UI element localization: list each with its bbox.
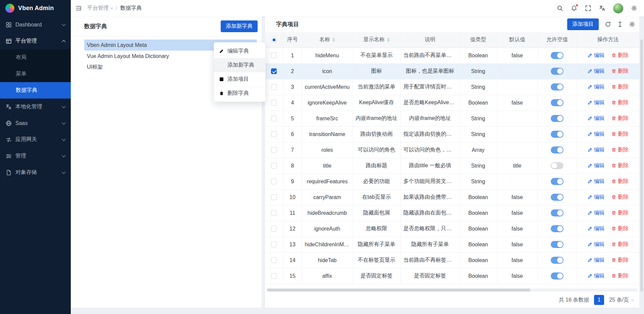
row-checkbox[interactable] bbox=[271, 68, 277, 74]
table-row[interactable]: 4 ignoreKeepAlive KeepAlive缓存 是否忽略KeepAl… bbox=[265, 95, 639, 111]
allow-empty-toggle[interactable] bbox=[551, 99, 564, 106]
page-size-select[interactable]: 25 条/页 bbox=[609, 297, 634, 304]
sidebar-item-app-gateway[interactable]: 应用网关 bbox=[0, 131, 71, 148]
edit-row-button[interactable]: 编辑 bbox=[588, 162, 605, 169]
sidebar-item-object-storage[interactable]: 对象存储 bbox=[0, 164, 71, 181]
edit-row-button[interactable]: 编辑 bbox=[588, 83, 605, 90]
allow-empty-toggle[interactable] bbox=[551, 209, 564, 216]
language-icon[interactable] bbox=[599, 5, 605, 11]
row-checkbox[interactable] bbox=[271, 226, 277, 232]
allow-empty-toggle[interactable] bbox=[551, 194, 564, 201]
row-checkbox[interactable] bbox=[271, 163, 277, 169]
allow-empty-toggle[interactable] bbox=[551, 257, 564, 264]
row-checkbox[interactable] bbox=[271, 179, 277, 184]
page-number-button[interactable]: 1 bbox=[594, 295, 604, 305]
avatar[interactable] bbox=[613, 3, 623, 13]
context-menu-item[interactable]: 添加新字典 bbox=[214, 58, 265, 72]
add-item-button[interactable]: 添加项目 bbox=[567, 18, 599, 30]
context-menu-item[interactable]: 添加项目 bbox=[214, 72, 265, 86]
row-checkbox[interactable] bbox=[271, 100, 277, 106]
table-row[interactable]: 15 affix 是否固定标签 是否固定标签 Boolean false 编辑 … bbox=[265, 268, 639, 284]
table-row[interactable]: 14 hideTab 不在标签页显示 当前路由不再标签页显示 Boolean f… bbox=[265, 252, 639, 268]
row-checkbox[interactable] bbox=[271, 84, 277, 90]
edit-row-button[interactable]: 编辑 bbox=[588, 241, 605, 248]
allow-empty-toggle[interactable] bbox=[551, 162, 564, 169]
sorter-icon[interactable] bbox=[387, 38, 390, 42]
edit-row-button[interactable]: 编辑 bbox=[588, 194, 605, 201]
allow-empty-toggle[interactable] bbox=[551, 115, 564, 122]
table-row[interactable]: 9 requiredFeatures 必要的功能 多个功能间用英文，分隔 Str… bbox=[265, 174, 639, 189]
settings-gear-icon[interactable] bbox=[631, 5, 637, 11]
delete-row-button[interactable]: 删除 bbox=[611, 83, 629, 90]
sidebar-item-platform-management[interactable]: 平台管理 bbox=[0, 33, 71, 49]
table-row[interactable]: 5 frameSrc 内嵌iframe的地址 内嵌iframe的地址 Strin… bbox=[265, 111, 639, 126]
delete-row-button[interactable]: 删除 bbox=[611, 162, 629, 169]
delete-row-button[interactable]: 删除 bbox=[611, 225, 629, 232]
edit-row-button[interactable]: 编辑 bbox=[588, 52, 605, 59]
table-row[interactable]: 7 roles 可以访问的角色 可以访问的角色，只在... Array 编辑 删… bbox=[265, 142, 639, 158]
delete-row-button[interactable]: 删除 bbox=[611, 68, 629, 75]
edit-row-button[interactable]: 编辑 bbox=[588, 68, 605, 75]
sorter-icon[interactable] bbox=[332, 38, 335, 42]
page-scrollbar[interactable] bbox=[640, 40, 643, 292]
column-header-display-name[interactable]: 显示名称 bbox=[353, 32, 400, 48]
edit-row-button[interactable]: 编辑 bbox=[588, 178, 605, 185]
delete-row-button[interactable]: 删除 bbox=[611, 209, 629, 216]
add-dictionary-button[interactable]: 添加新字典 bbox=[221, 20, 258, 32]
row-checkbox[interactable] bbox=[271, 257, 277, 263]
delete-row-button[interactable]: 删除 bbox=[611, 241, 629, 248]
delete-row-button[interactable]: 删除 bbox=[611, 115, 629, 122]
edit-row-button[interactable]: 编辑 bbox=[588, 146, 605, 153]
edit-row-button[interactable]: 编辑 bbox=[588, 257, 605, 264]
edit-row-button[interactable]: 编辑 bbox=[588, 99, 605, 106]
allow-empty-toggle[interactable] bbox=[551, 83, 564, 90]
collapse-sidebar-icon[interactable] bbox=[75, 5, 82, 11]
sidebar-item-localization[interactable]: 本地化管理 bbox=[0, 99, 71, 115]
row-height-icon[interactable] bbox=[617, 21, 623, 27]
fullscreen-icon[interactable] bbox=[585, 5, 591, 11]
allow-empty-toggle[interactable] bbox=[551, 146, 564, 153]
table-row[interactable]: 6 transitionName 路由切换动画 指定该路由切换的动画名 Stri… bbox=[265, 126, 639, 142]
table-row[interactable]: 10 carryParam 在tab页显示 如果该路由会携带参数... Bool… bbox=[265, 189, 639, 205]
row-checkbox[interactable] bbox=[271, 147, 277, 153]
table-row[interactable]: 13 hideChildrenInMenu 隐藏所有子菜单 隐藏所有子菜单 Bo… bbox=[265, 237, 639, 252]
delete-row-button[interactable]: 删除 bbox=[611, 257, 629, 264]
delete-row-button[interactable]: 删除 bbox=[611, 131, 629, 138]
edit-row-button[interactable]: 编辑 bbox=[588, 272, 605, 279]
sidebar-item-data-dictionary[interactable]: 数据字典 bbox=[0, 82, 71, 99]
sidebar-item-management[interactable]: 管理 bbox=[0, 148, 71, 164]
allow-empty-toggle[interactable] bbox=[551, 52, 564, 59]
edit-row-button[interactable]: 编辑 bbox=[588, 209, 605, 216]
allow-empty-toggle[interactable] bbox=[551, 178, 564, 185]
table-row[interactable]: 11 hideBreadcrumb 隐藏面包屑 隐藏该路由在面包屑上... Bo… bbox=[265, 205, 639, 221]
refresh-icon[interactable] bbox=[605, 21, 611, 27]
column-header-name[interactable]: 名称 bbox=[302, 32, 353, 48]
logo[interactable]: Vben Admin bbox=[0, 0, 71, 16]
context-menu-item[interactable]: 编辑字典 bbox=[214, 44, 265, 58]
edit-row-button[interactable]: 编辑 bbox=[588, 115, 605, 122]
delete-row-button[interactable]: 删除 bbox=[611, 272, 629, 279]
sidebar-item-saas[interactable]: Saas bbox=[0, 115, 71, 131]
row-checkbox[interactable] bbox=[271, 273, 277, 279]
search-icon[interactable] bbox=[557, 5, 563, 11]
scrollbar-thumb[interactable] bbox=[267, 289, 530, 292]
delete-row-button[interactable]: 删除 bbox=[611, 194, 629, 201]
sidebar-item-layout[interactable]: 布局 bbox=[0, 49, 71, 66]
row-checkbox[interactable] bbox=[271, 194, 277, 200]
breadcrumb-item-platform[interactable]: 平台管理 bbox=[87, 5, 113, 12]
notification-bell-icon[interactable] bbox=[571, 5, 577, 11]
table-horizontal-scrollbar[interactable] bbox=[267, 289, 638, 292]
row-checkbox[interactable] bbox=[271, 116, 277, 121]
row-checkbox[interactable] bbox=[271, 242, 277, 247]
select-all-checkbox[interactable] bbox=[271, 37, 277, 43]
table-row[interactable]: 3 currentActiveMenu 当前激活的菜单 用于配置详情页时左侧..… bbox=[265, 79, 639, 95]
allow-empty-toggle[interactable] bbox=[551, 272, 564, 279]
column-settings-gear-icon[interactable] bbox=[629, 21, 635, 27]
table-row[interactable]: 2 icon 图标 图标，也是菜单图标 String 编辑 删除 bbox=[265, 63, 639, 79]
context-menu-item[interactable]: 删除字典 bbox=[214, 86, 265, 100]
sidebar-item-dashboard[interactable]: Dashboard bbox=[0, 16, 71, 33]
table-row[interactable]: 1 hideMenu 不在菜单显示 当前路由不再菜单显示 Boolean fal… bbox=[265, 48, 639, 63]
table-row[interactable]: 12 ignoreAuth 忽略权限 是否忽略权限，只在权... Boolean… bbox=[265, 221, 639, 237]
table-row[interactable]: 8 title 路由标题 路由title 一般必填 String title 编… bbox=[265, 158, 639, 174]
sidebar-item-menu[interactable]: 菜单 bbox=[0, 66, 71, 82]
